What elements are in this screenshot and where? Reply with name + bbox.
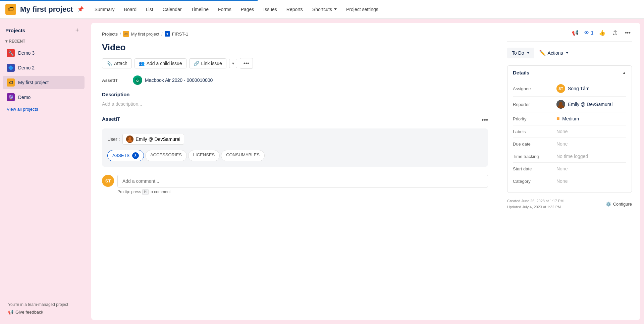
gear-icon: ⚙️ xyxy=(606,202,611,207)
sidebar-title: Projects xyxy=(5,28,25,33)
status-button[interactable]: To Do xyxy=(507,48,534,58)
eye-icon: 👁 xyxy=(584,30,589,36)
category-value[interactable]: None xyxy=(556,178,568,184)
asset-tabs: ASSETS 3 ACCESSORIES LICENSES CONSUMABLE… xyxy=(107,150,483,161)
priority-icon: ≡ xyxy=(556,116,559,122)
issue-title: Video xyxy=(102,42,488,53)
assetit-card: User : Emily @ DevSamurai ASSETS 3 xyxy=(102,128,488,167)
assignee-value[interactable]: ST Song Tâm xyxy=(556,84,589,93)
team-text: You're in a team-managed project xyxy=(5,301,82,308)
time-tracking-row: Time tracking No time logged xyxy=(513,150,626,163)
description-input[interactable]: Add a description... xyxy=(102,100,488,108)
assetit-field-label: AssetIT xyxy=(102,78,129,83)
tab-board[interactable]: Board xyxy=(120,5,141,14)
loading-bar xyxy=(0,0,258,1)
tab-issues[interactable]: Issues xyxy=(259,5,281,14)
tab-shortcuts[interactable]: Shortcuts xyxy=(308,5,341,14)
demo-icon: 🔮 xyxy=(7,93,15,101)
nav-tabs: Summary Board List Calendar Timeline For… xyxy=(91,5,382,14)
svg-point-4 xyxy=(128,137,131,140)
pencil-icon: ✏️ xyxy=(539,50,546,56)
sidebar-item-demo3[interactable]: 🔧 Demo 3 xyxy=(3,46,85,60)
due-date-value[interactable]: None xyxy=(556,141,568,147)
ellipsis-button[interactable]: ••• xyxy=(240,58,253,69)
consumables-tab[interactable]: CONSUMABLES xyxy=(221,150,265,161)
more-actions-dropdown[interactable]: ▾ xyxy=(229,59,237,68)
link-issue-button[interactable]: 🔗 Link issue xyxy=(189,58,226,68)
pin-icon[interactable]: 📌 xyxy=(77,6,84,12)
category-label: Category xyxy=(513,179,556,184)
description-section: Description Add a description... xyxy=(102,92,488,108)
labels-value[interactable]: None xyxy=(556,129,568,134)
watch-button[interactable]: 👁 1 xyxy=(584,30,593,36)
comment-area: ST xyxy=(102,175,488,187)
sidebar-item-demo[interactable]: 🔮 Demo xyxy=(3,91,85,104)
asset-icon xyxy=(133,75,142,85)
configure-row: Created June 26, 2023 at 1:17 PM Updated… xyxy=(507,198,632,210)
licenses-tab[interactable]: LICENSES xyxy=(188,150,220,161)
time-tracking-label: Time tracking xyxy=(513,154,556,159)
assetit-section-header: AssetIT ••• xyxy=(102,116,488,124)
priority-label: Priority xyxy=(513,116,556,121)
assetit-field-value: Macbook Air 2020 - 0000010000 xyxy=(133,75,213,85)
sidebar-item-demo2[interactable]: 🔷 Demo 2 xyxy=(3,61,85,74)
priority-row: Priority ≡ Medium xyxy=(513,112,626,125)
megaphone-button[interactable]: 📢 xyxy=(571,28,580,37)
share-button[interactable] xyxy=(611,29,620,37)
issue-panel: Projects / 🏷 My first project / FIRST-1 … xyxy=(91,23,499,320)
attach-button[interactable]: 📎 Attach xyxy=(102,58,132,68)
right-panel: 📢 👁 1 👍 ••• To Do ✏️ Act xyxy=(499,23,640,320)
configure-button[interactable]: ⚙️ Configure xyxy=(606,202,632,207)
tab-reports[interactable]: Reports xyxy=(282,5,307,14)
tab-pages[interactable]: Pages xyxy=(237,5,258,14)
comment-user-avatar: ST xyxy=(102,175,114,187)
user-label: User : xyxy=(107,137,120,142)
view-all-projects-link[interactable]: View all projects xyxy=(3,105,85,113)
sidebar-item-label: Demo 2 xyxy=(18,65,35,70)
description-label: Description xyxy=(102,92,488,97)
comment-input[interactable] xyxy=(117,175,488,187)
details-header[interactable]: Details ▲ xyxy=(507,66,632,79)
sidebar-item-label: Demo 3 xyxy=(18,50,35,56)
give-feedback-button[interactable]: 📢 Give feedback xyxy=(5,308,82,316)
assetit-more-button[interactable]: ••• xyxy=(482,117,488,124)
created-updated-text: Created June 26, 2023 at 1:17 PM Updated… xyxy=(507,198,564,210)
time-tracking-value[interactable]: No time logged xyxy=(556,154,588,159)
due-date-label: Due date xyxy=(513,142,556,147)
svg-point-2 xyxy=(137,78,138,80)
chevron-down-icon xyxy=(527,52,530,54)
tab-calendar[interactable]: Calendar xyxy=(159,5,186,14)
tab-summary[interactable]: Summary xyxy=(91,5,119,14)
sidebar-recent-label[interactable]: ▾ RECENT xyxy=(3,38,85,45)
breadcrumb-projects[interactable]: Projects xyxy=(102,32,118,37)
tab-list[interactable]: List xyxy=(142,5,157,14)
chevron-down-icon xyxy=(334,8,337,10)
myfirst-icon: 🏷 xyxy=(7,78,15,87)
reporter-value[interactable]: Emily @ DevSamurai xyxy=(556,100,612,109)
paperclip-icon: 📎 xyxy=(106,61,112,66)
project-icon: 🏷 xyxy=(5,4,16,15)
start-date-value[interactable]: None xyxy=(556,166,568,171)
accessories-tab[interactable]: ACCESSORIES xyxy=(145,150,187,161)
tab-forms[interactable]: Forms xyxy=(214,5,235,14)
details-body: Assignee ST Song Tâm Reporter xyxy=(507,79,632,193)
user-value: Emily @ DevSamurai xyxy=(122,134,184,145)
tab-project-settings[interactable]: Project settings xyxy=(342,5,382,14)
content-area: Projects / 🏷 My first project / FIRST-1 … xyxy=(91,23,640,320)
add-child-issue-button[interactable]: 👥 Add a child issue xyxy=(135,58,186,68)
thumbsup-button[interactable]: 👍 xyxy=(597,28,607,37)
actions-button[interactable]: ✏️ Actions xyxy=(538,47,570,59)
priority-value[interactable]: ≡ Medium xyxy=(556,116,579,122)
feedback-icon: 📢 xyxy=(8,310,13,315)
category-row: Category None xyxy=(513,175,626,187)
sidebar: Projects + ▾ RECENT 🔧 Demo 3 🔷 Demo 2 🏷 … xyxy=(0,19,87,324)
assets-tab[interactable]: ASSETS 3 xyxy=(107,150,144,161)
start-date-label: Start date xyxy=(513,166,556,171)
add-project-button[interactable]: + xyxy=(72,25,82,35)
sidebar-item-myfirst[interactable]: 🏷 My first project xyxy=(3,76,85,89)
more-options-button[interactable]: ••• xyxy=(624,29,632,37)
breadcrumb-issue[interactable]: FIRST-1 xyxy=(172,32,188,37)
tab-timeline[interactable]: Timeline xyxy=(187,5,213,14)
breadcrumb-project[interactable]: My first project xyxy=(131,32,160,37)
sidebar-header: Projects + xyxy=(3,24,85,36)
